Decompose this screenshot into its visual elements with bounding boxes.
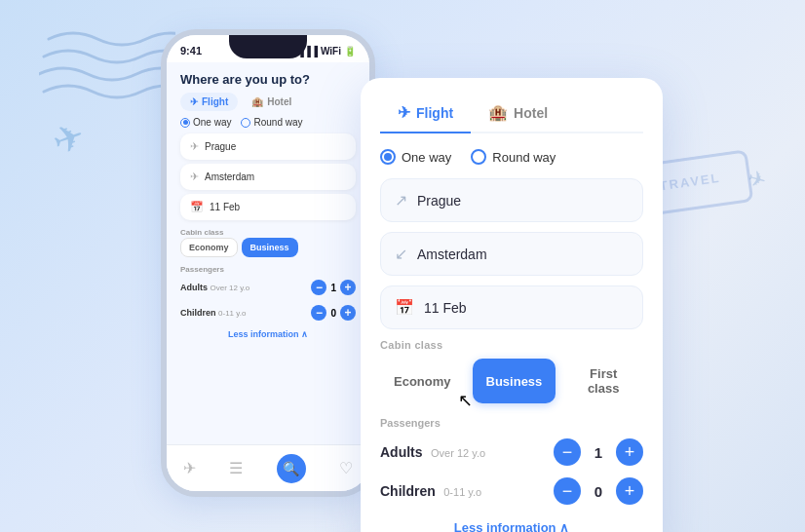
card-children-stepper: − 0 + — [554, 477, 643, 505]
card-radio-oneway[interactable]: One way — [380, 149, 451, 165]
phone-field-date-value: 11 Feb — [210, 202, 240, 212]
card-hotel-icon: 🏨 — [488, 103, 508, 122]
card-radio-row: One way Round way — [380, 149, 643, 165]
phone-adults-name: Adults — [180, 283, 208, 292]
card-flight-label: Flight — [416, 105, 453, 121]
card-children-value: 0 — [591, 483, 606, 500]
phone-tab-flight[interactable]: ✈ Flight — [180, 93, 238, 111]
card-children-name: Children — [380, 483, 436, 499]
phone-notch — [229, 35, 307, 58]
card-radio-oneway-label: One way — [402, 150, 451, 165]
phone-radio-oneway[interactable]: One way — [180, 117, 231, 128]
phone-adults-minus[interactable]: − — [311, 280, 326, 295]
card-children-sub: 0-11 y.o — [443, 486, 481, 498]
phone-adults-plus[interactable]: + — [340, 280, 356, 295]
card-passengers-children: Children 0-11 y.o − 0 + — [380, 477, 643, 505]
phone-field-date[interactable]: 📅 11 Feb — [180, 194, 356, 220]
phone-field-destination-value: Amsterdam — [205, 171, 254, 182]
card-adults-value: 1 — [591, 444, 606, 461]
origin-icon: ✈ — [190, 140, 199, 153]
phone-header: Where are you up to? — [167, 62, 369, 93]
phone-children-name: Children — [180, 308, 216, 318]
hotel-tab-label: Hotel — [267, 96, 291, 107]
phone-radio-roundway-circle — [241, 118, 250, 128]
phone-field-destination[interactable]: ✈ Amsterdam — [180, 164, 356, 190]
card-date-icon: 📅 — [395, 298, 414, 317]
card-radio-oneway-circle — [380, 149, 396, 165]
airplane-left-decoration: ✈ — [47, 113, 91, 164]
card-field-origin-value: Prague — [417, 193, 461, 209]
phone-cabin-label: Cabin class — [167, 224, 369, 238]
phone-tabs: ✈ Flight 🏨 Hotel — [167, 93, 369, 111]
card-adults-name: Adults — [380, 444, 423, 460]
card-tab-flight[interactable]: ✈ Flight — [380, 95, 471, 133]
phone-less-info[interactable]: Less information ∧ — [167, 325, 369, 343]
phone-time: 9:41 — [180, 45, 202, 57]
phone-radio-roundway-label: Round way — [253, 117, 302, 128]
phone-radio-row: One way Round way — [167, 117, 369, 128]
card-adults-stepper: − 1 + — [554, 438, 643, 466]
wifi-icon: WiFi — [321, 46, 341, 57]
phone-cabin-row: Economy Business — [167, 238, 369, 257]
main-card: ✈ Flight 🏨 Hotel One way Round way ↗ Pra… — [361, 78, 663, 532]
phone-children-plus[interactable]: + — [340, 305, 356, 321]
waves-decoration — [39, 19, 175, 107]
card-radio-roundway[interactable]: Round way — [471, 149, 556, 165]
card-adults-sub: Over 12 y.o — [431, 447, 485, 459]
card-adults-plus[interactable]: + — [616, 438, 643, 466]
phone-passengers-children: Children 0-11 y.o − 0 + — [167, 300, 369, 325]
card-field-date[interactable]: 📅 11 Feb — [380, 285, 643, 329]
phone-nav-search[interactable]: 🔍 — [277, 454, 306, 483]
card-cabin-label: Cabin class — [380, 339, 643, 351]
card-radio-roundway-label: Round way — [492, 150, 556, 165]
card-passengers-label: Passengers — [380, 417, 643, 429]
phone-adults-sub: Over 12 y.o — [211, 284, 250, 292]
phone-adults-value: 1 — [330, 283, 336, 293]
card-cabin-business[interactable]: Business — [473, 359, 556, 403]
phone-radio-oneway-label: One way — [193, 117, 231, 128]
card-field-destination-value: Amsterdam — [417, 247, 487, 262]
card-tab-hotel[interactable]: 🏨 Hotel — [471, 95, 565, 133]
phone-nav-favorites[interactable]: ♡ — [339, 459, 353, 477]
battery-icon: 🔋 — [344, 46, 356, 57]
phone-radio-roundway[interactable]: Round way — [241, 117, 302, 128]
card-less-info[interactable]: Less information ∧ — [380, 516, 643, 532]
phone-field-origin-value: Prague — [205, 141, 236, 152]
card-children-plus[interactable]: + — [616, 477, 643, 505]
phone-field-origin[interactable]: ✈ Prague — [180, 133, 356, 160]
card-cabin-firstclass[interactable]: First class — [563, 359, 643, 403]
phone-frame: 9:41 ▐▐▐ WiFi 🔋 Where are you up to? ✈ F… — [161, 29, 375, 497]
destination-icon: ✈ — [190, 171, 199, 183]
phone-tab-hotel[interactable]: 🏨 Hotel — [242, 93, 301, 111]
phone-nav-hotels[interactable]: ☰ — [229, 459, 243, 477]
phone-radio-oneway-circle — [180, 118, 190, 128]
card-field-origin[interactable]: ↗ Prague — [380, 178, 643, 222]
card-tabs: ✈ Flight 🏨 Hotel — [380, 95, 643, 133]
phone-adults-stepper: − 1 + — [311, 280, 356, 295]
card-cabin-row: Economy Business First class — [380, 359, 643, 403]
card-adults-minus[interactable]: − — [554, 438, 581, 466]
phone-children-value: 0 — [330, 308, 336, 319]
phone-passengers-adults: Adults Over 12 y.o − 1 + — [167, 275, 369, 300]
card-children-minus[interactable]: − — [554, 477, 581, 505]
card-radio-roundway-circle — [471, 149, 486, 165]
card-hotel-label: Hotel — [514, 105, 548, 121]
phone-nav-flights[interactable]: ✈ — [183, 459, 196, 477]
phone-children-minus[interactable]: − — [311, 305, 326, 321]
card-destination-icon: ↙ — [395, 245, 407, 263]
hotel-tab-icon: 🏨 — [251, 96, 263, 107]
card-field-date-value: 11 Feb — [424, 300, 467, 316]
card-flight-icon: ✈ — [398, 103, 410, 122]
card-field-destination[interactable]: ↙ Amsterdam — [380, 232, 643, 276]
card-adults-info: Adults Over 12 y.o — [380, 443, 485, 461]
phone-children-sub: 0-11 y.o — [218, 309, 246, 318]
phone-bottom-nav: ✈ ☰ 🔍 ♡ — [167, 444, 369, 491]
svg-text:TRAVEL: TRAVEL — [659, 171, 722, 194]
card-children-info: Children 0-11 y.o — [380, 482, 481, 500]
phone-cabin-business[interactable]: Business — [242, 238, 298, 257]
card-passengers-adults: Adults Over 12 y.o − 1 + — [380, 438, 643, 466]
card-cabin-economy[interactable]: Economy — [380, 359, 465, 403]
phone-cabin-economy[interactable]: Economy — [180, 238, 238, 257]
date-icon: 📅 — [190, 201, 204, 213]
flight-tab-label: Flight — [202, 96, 228, 107]
